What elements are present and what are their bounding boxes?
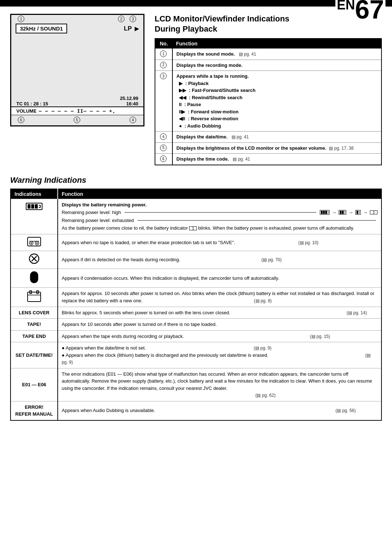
vf-tc-label: TC 01 : 28 : 15	[16, 101, 48, 106]
lcd-title-line2: During Playback	[155, 24, 217, 33]
drop-svg-icon	[29, 271, 39, 283]
warn-error-label: ERROR!REFER MANUAL	[11, 401, 58, 420]
lcd-section: LCD Monitor/Viewfinder Indications Durin…	[155, 14, 382, 165]
warn-e01-func: The error indications (E01 — E06) show w…	[58, 368, 381, 401]
warn-lens-cover-func: Blinks for approx. 5 seconds when power …	[58, 307, 381, 319]
clock-svg-icon	[27, 290, 41, 302]
warn-xcircle-func: Appears if dirt is detected on the heads…	[58, 251, 381, 269]
vf-sound-label: 32kHz / SOUND1	[16, 24, 67, 33]
vf-date-row: 25.12.99	[11, 96, 143, 101]
main-content: 1 2 3 32kHz / SOUND1 LP ▶	[0, 7, 392, 428]
vf-circle-1: 1	[18, 16, 24, 22]
top-section: 1 2 3 32kHz / SOUND1 LP ▶	[10, 14, 382, 165]
vf-play-icon: ▶	[135, 25, 139, 32]
lcd-row-5-func: Displays the brightness of the LCD monit…	[172, 142, 381, 154]
table-row: E01 — E06 The error indications (E01 — E…	[11, 368, 381, 401]
cassette-svg-icon	[27, 237, 41, 247]
vf-sound-row: 32kHz / SOUND1 LP ▶	[11, 22, 143, 33]
warn-battery-func: Displays the battery remaining power. Re…	[58, 199, 381, 234]
warn-cassette-icon	[11, 234, 58, 251]
vf-time-display: 16:40	[126, 101, 138, 106]
svg-rect-0	[28, 237, 41, 246]
table-row: TAPE END Appears when the tape ends duri…	[11, 330, 381, 342]
warning-section: Warning Indications Indications Function	[10, 175, 382, 421]
vf-num-row-top: 1 2 3	[11, 15, 143, 22]
lcd-row-6-func: Displays the time code. ▤ pg. 41	[172, 154, 381, 165]
battery-high-line: Remaining power level: high →	[62, 209, 377, 216]
e01-ref: (▤ pg. 62)	[62, 393, 275, 398]
clock-ref: (▤ pg. 8)	[144, 298, 271, 303]
warn-clock-func: Appears for approx. 10 seconds after pow…	[58, 288, 381, 307]
vf-volume-label: VOLUME	[16, 108, 37, 114]
header-bar: EN67	[0, 0, 392, 7]
warn-drop-func: Appears if condensation occurs. When thi…	[58, 269, 381, 288]
lcd-title-line1: LCD Monitor/Viewfinder Indications	[155, 14, 289, 23]
table-row: 2 Displays the recording mode.	[155, 60, 381, 71]
lcd-row-4-no: 4	[155, 132, 172, 143]
vf-circle-5: 5	[74, 117, 80, 123]
table-row: Appears if condensation occurs. When thi…	[11, 269, 381, 288]
warn-battery-icon	[11, 199, 58, 234]
lcd-col-no: No.	[155, 39, 172, 49]
table-row: Displays the battery remaining power. Re…	[11, 199, 381, 234]
warn-drop-icon	[11, 269, 58, 288]
vf-mode-label: LP	[124, 25, 132, 32]
vf-volume-row: VOLUME – – – – – – II– – – – +,	[11, 106, 143, 115]
warn-tape-label: TAPE!	[11, 319, 58, 331]
viewfinder: 1 2 3 32kHz / SOUND1 LP ▶	[10, 14, 144, 126]
table-row: SET DATE/TIME! ● Appears when the date/t…	[11, 342, 381, 368]
batt-3seg	[320, 210, 330, 215]
svg-point-4	[30, 242, 32, 244]
vf-circle-3: 3	[130, 16, 136, 22]
warn-tape-end-func: Appears when the tape ends during record…	[58, 330, 381, 342]
svg-rect-10	[30, 272, 38, 283]
xcircle-svg-icon	[29, 253, 40, 264]
lcd-row-4-func: Displays the date/time. ▤ pg. 41	[172, 132, 381, 143]
vf-circle-6: 6	[18, 117, 24, 123]
battery-exhausted-line: Remaining power level: exhausted	[62, 217, 377, 224]
lens-ref: (▤ pg. 14)	[232, 310, 367, 315]
warn-error-func: Appears when Audio Dubbing is unavailabl…	[58, 401, 381, 420]
table-row: 1 Displays the sound mode. ▤ pg. 41	[155, 49, 381, 60]
table-row: 4 Displays the date/time. ▤ pg. 41	[155, 132, 381, 143]
table-row: Appears if dirt is detected on the heads…	[11, 251, 381, 269]
batt-empty-inline	[189, 226, 197, 230]
lcd-col-function: Function	[172, 39, 381, 49]
tape-end-ref: (▤ pg. 15)	[185, 334, 330, 339]
dash-line2	[138, 220, 376, 221]
warning-title: Warning Indications	[10, 175, 382, 185]
vf-bottom-nums: 6 5 4	[11, 115, 143, 125]
error-ref: (▤ pg. 56)	[156, 408, 356, 413]
lcd-row-1-func: Displays the sound mode. ▤ pg. 41	[172, 49, 381, 60]
cassette-ref: (▤ pg. 10)	[237, 240, 319, 245]
table-row: TAPE! Appears for 10 seconds after power…	[11, 319, 381, 331]
page-number: EN67	[335, 0, 385, 23]
vf-circle-4: 4	[130, 117, 136, 123]
warn-lens-cover-label: LENS COVER	[11, 307, 58, 319]
battery-main-text: Displays the battery remaining power.	[62, 201, 377, 209]
lcd-row-1-no: 1	[155, 49, 172, 60]
lcd-row-3-func: Appears while a tape is running. ▶ : Pla…	[172, 71, 381, 132]
warn-set-date-label: SET DATE/TIME!	[11, 342, 58, 368]
batt-1seg	[355, 210, 361, 215]
svg-point-5	[36, 242, 38, 244]
table-row: ERROR!REFER MANUAL Appears when Audio Du…	[11, 401, 381, 420]
table-row: 3 Appears while a tape is running. ▶ : P…	[155, 71, 381, 132]
dash-line	[124, 212, 316, 213]
table-row: 5 Displays the brightness of the LCD mon…	[155, 142, 381, 154]
table-row: Appears when no tape is loaded, or when …	[11, 234, 381, 251]
vf-bottom-section: 25.12.99 TC 01 : 28 : 15 16:40 VOLUME – …	[11, 96, 143, 125]
lcd-row-2-no: 2	[155, 60, 172, 71]
xcircle-ref: (▤ pg. 70)	[181, 257, 282, 262]
table-row: 6 Displays the time code. ▤ pg. 41	[155, 154, 381, 165]
table-row: Appears for approx. 10 seconds after pow…	[11, 288, 381, 307]
warn-tape-end-label: TAPE END	[11, 330, 58, 342]
battery-full-icon	[26, 203, 42, 210]
lcd-row-6-no: 6	[155, 154, 172, 165]
lcd-row-3-no: 3	[155, 71, 172, 132]
vf-date-display: 25.12.99	[120, 96, 138, 101]
viewfinder-wrap: 1 2 3 32kHz / SOUND1 LP ▶	[10, 14, 144, 165]
table-row: LENS COVER Blinks for approx. 5 seconds …	[11, 307, 381, 319]
vf-circle-2: 2	[118, 16, 124, 22]
warn-tape-func: Appears for 10 seconds after power is tu…	[58, 319, 381, 331]
